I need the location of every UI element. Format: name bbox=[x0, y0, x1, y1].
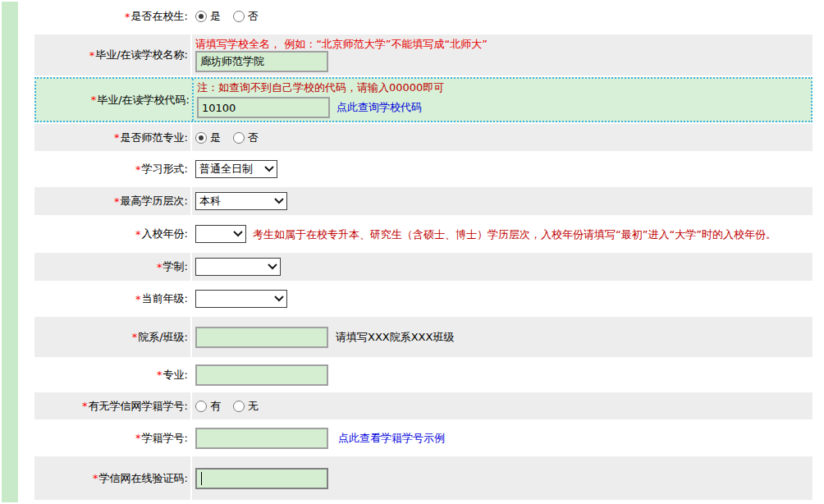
radio-option-yes[interactable]: 是 bbox=[195, 131, 221, 145]
required-asterisk: * bbox=[91, 94, 97, 106]
field-label: *毕业/在读学校名称: bbox=[34, 34, 190, 76]
required-asterisk: * bbox=[93, 472, 98, 484]
radio-button-icon[interactable] bbox=[233, 11, 245, 22]
has-chsi-number-radio-group: 有 无 bbox=[195, 399, 271, 414]
required-asterisk: * bbox=[89, 49, 95, 62]
form-row-school-code: *毕业/在读学校代码: 注：如查询不到自己学校的代码，请输入00000即可 点此… bbox=[34, 77, 813, 122]
radio-label: 是 bbox=[210, 131, 221, 145]
radio-button-icon[interactable] bbox=[195, 11, 207, 22]
radio-label: 有 bbox=[210, 399, 221, 414]
chevron-down-icon bbox=[274, 296, 284, 302]
school-code-input[interactable] bbox=[197, 97, 330, 118]
radio-option-has[interactable]: 有 bbox=[195, 399, 221, 414]
radio-label: 否 bbox=[248, 9, 259, 24]
field-label: *院系/班级: bbox=[34, 317, 190, 357]
major-input[interactable] bbox=[195, 364, 328, 386]
department-class-input[interactable] bbox=[195, 327, 328, 348]
schooling-length-select[interactable] bbox=[195, 258, 281, 276]
field-label-text: 院系/班级: bbox=[138, 330, 188, 345]
required-asterisk: * bbox=[157, 261, 163, 273]
form-row-study-mode: *学习形式: 普通全日制 bbox=[34, 153, 813, 186]
required-asterisk: * bbox=[114, 131, 120, 144]
field-label: *入校年份: bbox=[34, 217, 190, 251]
required-asterisk: * bbox=[132, 331, 138, 343]
field-label-text: 当前年级: bbox=[142, 291, 188, 306]
is-normal-major-radio-group: 是 否 bbox=[195, 131, 271, 145]
field-label: *是否在校生: bbox=[34, 0, 190, 33]
department-class-hint: 请填写XXX院系XXX班级 bbox=[336, 330, 454, 345]
radio-option-no[interactable]: 否 bbox=[233, 131, 259, 145]
chsi-number-input[interactable] bbox=[195, 428, 328, 449]
enrollment-year-note: 考生如属于在校专升本、研究生（含硕士、博士）学历层次，入校年份请填写“最初”进入… bbox=[253, 227, 776, 241]
form-row-is-current-student: *是否在校生: 是 否 bbox=[34, 0, 813, 33]
chevron-down-icon bbox=[264, 166, 274, 172]
required-asterisk: * bbox=[125, 11, 130, 23]
radio-button-icon[interactable] bbox=[233, 132, 245, 144]
form-row-chsi-number: *学籍学号: 点此查看学籍学号示例 bbox=[34, 421, 813, 455]
required-asterisk: * bbox=[114, 195, 120, 208]
field-label-text: 毕业/在读学校名称: bbox=[95, 48, 188, 62]
chevron-down-icon bbox=[268, 263, 277, 270]
field-label-text: 学籍学号: bbox=[142, 431, 188, 446]
radio-button-icon[interactable] bbox=[233, 401, 245, 412]
form-row-highest-degree: *最高学历层次: 本科 bbox=[34, 187, 813, 215]
field-label-text: 是否在校生: bbox=[131, 9, 188, 24]
form-row-current-grade: *当前年级: bbox=[34, 282, 813, 315]
field-label-text: 专业: bbox=[163, 368, 188, 383]
form-row-is-normal-major: *是否师范专业: 是 否 bbox=[34, 124, 813, 151]
form-row-has-chsi-number: *有无学信网学籍学号: 有 无 bbox=[34, 392, 813, 419]
radio-button-icon[interactable] bbox=[195, 401, 207, 412]
field-label: *毕业/在读学校代码: bbox=[36, 79, 192, 121]
radio-label: 否 bbox=[248, 131, 259, 145]
text-cursor bbox=[201, 472, 202, 485]
study-mode-select[interactable]: 普通全日制 bbox=[195, 160, 277, 178]
required-asterisk: * bbox=[135, 228, 141, 241]
select-value: 普通全日制 bbox=[199, 162, 253, 176]
required-asterisk: * bbox=[135, 163, 141, 176]
is-current-student-radio-group: 是 否 bbox=[195, 9, 271, 24]
required-asterisk: * bbox=[135, 293, 141, 305]
field-label-text: 是否师范专业: bbox=[121, 131, 188, 145]
school-name-hint: 请填写学校全名， 例如：“北京师范大学”不能填写成“北师大” bbox=[195, 37, 488, 51]
form-row-schooling-length: *学制: bbox=[34, 253, 813, 281]
field-label: *学信网在线验证码: bbox=[34, 456, 190, 500]
student-info-form: *是否在校生: 是 否 *毕业/在读学校名称: 请填写学校全名， 例如：“北京师… bbox=[34, 0, 813, 502]
radio-label: 是 bbox=[210, 9, 221, 24]
form-row-enrollment-year: *入校年份: 考生如属于在校专升本、研究生（含硕士、博士）学历层次，入校年份请填… bbox=[34, 217, 813, 251]
field-label: *学习形式: bbox=[34, 153, 190, 186]
left-accent-bar bbox=[2, 2, 18, 502]
required-asterisk: * bbox=[157, 369, 163, 381]
field-label: *学籍学号: bbox=[34, 421, 190, 455]
field-label: *学制: bbox=[34, 253, 190, 281]
school-code-note: 注：如查询不到自己学校的代码，请输入00000即可 bbox=[197, 80, 444, 94]
current-grade-select[interactable] bbox=[195, 290, 287, 308]
field-label: *当前年级: bbox=[34, 282, 190, 315]
required-asterisk: * bbox=[135, 432, 141, 444]
field-label-text: 有无学信网学籍学号: bbox=[89, 399, 188, 414]
radio-button-icon[interactable] bbox=[195, 132, 207, 144]
field-label-text: 毕业/在读学校代码: bbox=[97, 93, 190, 108]
school-name-input[interactable] bbox=[195, 51, 328, 72]
select-value: 本科 bbox=[199, 194, 221, 208]
radio-option-no[interactable]: 否 bbox=[233, 9, 259, 24]
view-chsi-number-example-link[interactable]: 点此查看学籍学号示例 bbox=[338, 431, 445, 446]
chsi-verification-code-input[interactable] bbox=[195, 468, 328, 489]
enrollment-year-select[interactable] bbox=[195, 225, 246, 243]
form-row-department-class: *院系/班级: 请填写XXX院系XXX班级 bbox=[34, 317, 813, 357]
query-school-code-link[interactable]: 点此查询学校代码 bbox=[336, 100, 422, 115]
highest-degree-select[interactable]: 本科 bbox=[195, 192, 287, 210]
field-label-text: 学制: bbox=[163, 259, 188, 274]
chevron-down-icon bbox=[274, 198, 284, 204]
required-asterisk: * bbox=[82, 400, 88, 412]
form-row-school-name: *毕业/在读学校名称: 请填写学校全名， 例如：“北京师范大学”不能填写成“北师… bbox=[34, 34, 813, 76]
radio-option-none[interactable]: 无 bbox=[233, 399, 259, 414]
field-label-text: 入校年份: bbox=[142, 227, 188, 241]
field-label: *专业: bbox=[34, 359, 190, 391]
field-label-text: 学信网在线验证码: bbox=[99, 471, 188, 486]
chevron-down-icon bbox=[233, 231, 243, 237]
field-label: *最高学历层次: bbox=[34, 187, 190, 215]
field-label: *有无学信网学籍学号: bbox=[34, 392, 190, 419]
field-label-text: 学习形式: bbox=[142, 162, 188, 176]
field-label: *是否师范专业: bbox=[34, 124, 190, 151]
radio-option-yes[interactable]: 是 bbox=[195, 9, 221, 24]
